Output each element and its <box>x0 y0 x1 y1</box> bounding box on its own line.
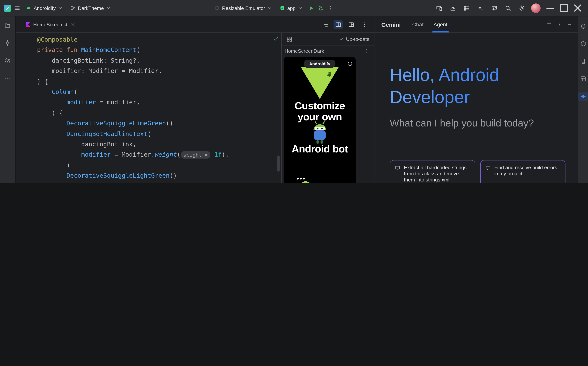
info-icon <box>347 61 353 67</box>
more-run-options-icon[interactable] <box>327 5 333 11</box>
chevron-down-icon <box>267 6 272 10</box>
window-maximize-button[interactable] <box>557 2 570 14</box>
settings-icon[interactable] <box>515 2 528 14</box>
project-selector[interactable]: Androidify <box>24 4 65 12</box>
commit-icon[interactable] <box>3 38 13 47</box>
android-icon <box>26 5 31 11</box>
tab-close-icon[interactable]: ✕ <box>71 22 75 27</box>
code-line: DecorativeSquiggleLimeGreen() <box>37 118 281 129</box>
app-module-icon <box>280 5 285 11</box>
preview-label-row: HomeScreenDark <box>282 46 374 56</box>
editor-scrollbar[interactable] <box>277 155 280 172</box>
editor-column: HomeScreen.kt ✕ @Composableprivate fun M… <box>16 16 374 183</box>
code-editor[interactable]: @Composableprivate fun MainHomeContent( … <box>16 33 281 183</box>
notifications-bell-icon[interactable] <box>578 21 588 30</box>
titlebar-action-icons <box>433 2 528 14</box>
inspections-ok-icon[interactable] <box>273 36 279 42</box>
tab-agent[interactable]: Agent <box>434 16 447 32</box>
branch-selector[interactable]: DarkTheme <box>68 4 113 12</box>
window-controls <box>544 2 584 14</box>
chevron-down-icon <box>298 6 302 10</box>
editor-options-button[interactable] <box>359 20 369 29</box>
gemini-greeting: Hello, Android Developer <box>390 64 499 108</box>
todo-checklist-icon[interactable] <box>460 2 473 14</box>
code-line: DancingBotHeadlineText( <box>37 129 281 139</box>
design-view-button[interactable] <box>347 20 356 29</box>
gradle-icon[interactable] <box>578 39 588 48</box>
layout-inspector-icon[interactable] <box>578 74 588 83</box>
main-area: HomeScreen.kt ✕ @Composableprivate fun M… <box>0 16 588 183</box>
titlebar: Androidify DarkTheme Resizable Emulator … <box>0 0 588 16</box>
preview-headline-bot: Android bot <box>284 143 356 155</box>
window-minimize-button[interactable] <box>544 2 557 14</box>
tab-chat[interactable]: Chat <box>412 16 424 32</box>
gemini-tabs: ChatAgent <box>412 16 447 32</box>
editor-view-modes <box>321 20 374 29</box>
gemini-title: Gemini <box>381 21 401 28</box>
code-line: modifier = Modifier.weight(weight = 1f), <box>37 150 281 160</box>
chat-bubble-icon <box>485 165 491 171</box>
suggestion-text: Find and resolve build errors in my proj… <box>494 165 560 177</box>
gemini-panel: Gemini ChatAgent Hello, Android Develope… <box>374 16 578 183</box>
editor-tabbar: HomeScreen.kt ✕ <box>16 16 374 33</box>
code-line: Column( <box>37 87 281 97</box>
code-line: ) <box>37 160 281 170</box>
device-mirroring-icon[interactable] <box>433 2 445 14</box>
left-toolbar-top <box>3 21 13 83</box>
profiler-icon[interactable] <box>446 2 459 14</box>
project-folder-icon[interactable] <box>3 21 13 30</box>
preview-status: Up-to-date <box>339 36 369 42</box>
preview-toolbar: Up-to-date <box>282 33 374 46</box>
code-line: dancingBotLink: String?, <box>37 55 281 66</box>
split-view-button[interactable] <box>334 20 343 29</box>
run-button[interactable] <box>308 5 314 11</box>
code-line: } <box>37 181 281 183</box>
gemini-subtitle: What can I help you build today? <box>390 117 534 129</box>
run-config-selector[interactable]: app <box>277 4 305 12</box>
search-icon[interactable] <box>501 2 514 14</box>
device-selector[interactable]: Resizable Emulator <box>212 4 274 12</box>
preview-homescreen-dark[interactable]: Androidify Customize your own Android bo… <box>284 57 356 183</box>
gemini-header: Gemini ChatAgent <box>374 16 578 33</box>
window-close-button[interactable] <box>571 2 584 14</box>
left-toolbar <box>0 16 16 183</box>
tab-homescreen-kt[interactable]: HomeScreen.kt ✕ <box>22 17 79 32</box>
right-toolbar-icons <box>578 21 588 101</box>
gemini-suggestion-cards: Extract all hardcoded strings from this … <box>390 160 565 183</box>
kebab-icon <box>361 21 367 28</box>
compose-preview-pane: Up-to-date HomeScreenDark Androidify <box>281 33 374 183</box>
device-manager-icon[interactable] <box>578 57 588 66</box>
preview-grid-icon[interactable] <box>286 36 293 42</box>
android-studio-window: Androidify DarkTheme Resizable Emulator … <box>0 0 588 183</box>
code-lines: @Composableprivate fun MainHomeContent( … <box>16 33 281 183</box>
preview-options-icon[interactable] <box>364 48 369 53</box>
suggestion-card[interactable]: Find and resolve build errors in my proj… <box>480 160 565 183</box>
code-line: ) { <box>37 76 281 87</box>
check-icon <box>339 36 344 42</box>
androidify-pill: Androidify <box>304 60 336 68</box>
right-toolbar <box>578 16 588 183</box>
hide-panel-icon[interactable] <box>567 22 572 27</box>
more-horizontal-icon[interactable] <box>3 73 13 83</box>
code-view-button[interactable] <box>321 20 330 29</box>
gemini-options-icon[interactable] <box>557 22 562 27</box>
user-avatar[interactable] <box>531 3 541 13</box>
chat-bubble-icon <box>395 165 400 171</box>
code-line: DecorativeSquiggleLightGreen() <box>37 170 281 181</box>
main-menu-icon[interactable] <box>14 5 21 11</box>
android-studio-logo-icon <box>4 4 11 12</box>
code-line: ) { <box>37 107 281 118</box>
design-view-icon <box>348 21 354 28</box>
gemini-spark-icon[interactable] <box>578 92 588 101</box>
split-view-icon <box>335 21 341 28</box>
tab-label: HomeScreen.kt <box>33 22 68 27</box>
code-line: private fun MainHomeContent( <box>37 45 281 55</box>
squiggle-dots <box>297 178 305 180</box>
code-chat-icon[interactable] <box>488 2 501 14</box>
ai-assistant-icon[interactable] <box>474 2 487 14</box>
pull-requests-icon[interactable] <box>3 56 13 65</box>
android-bot-image <box>309 120 331 144</box>
clear-chat-icon[interactable] <box>546 22 552 27</box>
suggestion-card[interactable]: Extract all hardcoded strings from this … <box>390 160 475 183</box>
debug-button[interactable] <box>317 5 324 11</box>
